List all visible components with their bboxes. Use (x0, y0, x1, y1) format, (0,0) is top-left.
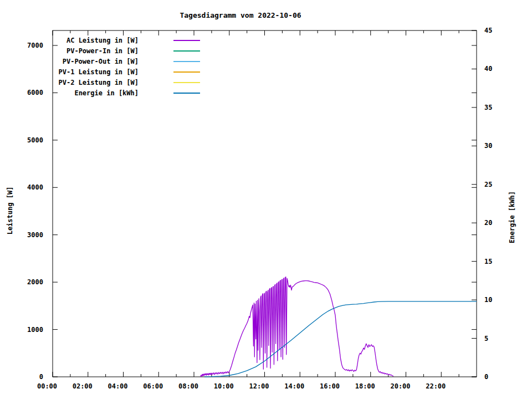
y-right-tick-label: 20 (484, 219, 492, 227)
chart-title: Tagesdiagramm vom 2022-10-06 (180, 11, 301, 19)
legend-label: PV-Power-Out in [W] (63, 58, 139, 65)
x-tick-label: 08:00 (178, 382, 198, 390)
legend-label: PV-Power-In in [W] (66, 47, 139, 55)
legend-item-energie-in-kwh-: Energie in [kWh] (74, 89, 200, 97)
x-tick-label: 04:00 (108, 382, 127, 390)
tagesdiagramm-chart: Tagesdiagramm vom 2022-10-06 Leistung [W… (0, 0, 532, 399)
x-tick-label: 00:00 (37, 382, 57, 390)
legend-item-pv-power-in-in-w-: PV-Power-In in [W] (66, 47, 200, 55)
legend: AC Leistung in [W]PV-Power-In in [W]PV-P… (59, 37, 201, 97)
legend-item-pv-1-leistung-in-w-: PV-1 Leistung in [W] (59, 68, 201, 76)
y-left-tick-label: 5000 (27, 136, 43, 144)
y-right-axis-label: Energie [kWh] (508, 191, 516, 243)
x-tick-label: 14:00 (284, 382, 304, 390)
x-tick-label: 06:00 (143, 382, 163, 390)
y-left-tick-label: 1000 (27, 326, 43, 334)
chart-canvas: Tagesdiagramm vom 2022-10-06 Leistung [W… (0, 0, 532, 399)
y-right-tick-label: 10 (484, 296, 492, 304)
y-left-tick-label: 3000 (27, 231, 43, 239)
x-tick-label: 02:00 (73, 382, 93, 390)
y-right-tick-label: 5 (484, 335, 488, 342)
y-right-tick-label: 40 (484, 65, 492, 73)
series-line-energie-in-kwh- (204, 301, 477, 377)
legend-label: PV-1 Leistung in [W] (59, 68, 139, 76)
legend-label: PV-2 Leistung in [W] (59, 79, 139, 86)
y-left-tick-label: 2000 (27, 278, 43, 286)
x-tick-label: 22:00 (426, 382, 446, 390)
y-right-tick-label: 45 (484, 27, 492, 34)
y-left-axis-label: Leistung [W] (6, 187, 14, 235)
x-tick-label: 10:00 (214, 382, 234, 390)
x-tick-label: 12:00 (249, 382, 269, 390)
y-right-tick-label: 15 (484, 258, 492, 265)
y-right-tick-label: 25 (484, 181, 492, 188)
x-tick-label: 20:00 (390, 382, 410, 390)
y-left-tick-label: 7000 (27, 42, 43, 49)
x-tick-label: 18:00 (355, 382, 375, 390)
y-left-tick-label: 0 (39, 373, 43, 381)
series-line-ac-leistung-in-w- (201, 277, 393, 377)
legend-item-ac-leistung-in-w-: AC Leistung in [W] (66, 37, 200, 44)
legend-item-pv-power-out-in-w-: PV-Power-Out in [W] (63, 58, 200, 65)
legend-label: AC Leistung in [W] (66, 37, 139, 44)
y-right-tick-label: 35 (484, 104, 492, 111)
legend-label: Energie in [kWh] (74, 89, 139, 97)
y-left-tick-label: 4000 (27, 183, 43, 191)
y-left-tick-label: 6000 (27, 89, 43, 96)
x-tick-label: 16:00 (320, 382, 340, 390)
legend-item-pv-2-leistung-in-w-: PV-2 Leistung in [W] (59, 79, 201, 86)
y-right-tick-label: 30 (484, 142, 492, 150)
y-right-tick-label: 0 (484, 373, 488, 381)
